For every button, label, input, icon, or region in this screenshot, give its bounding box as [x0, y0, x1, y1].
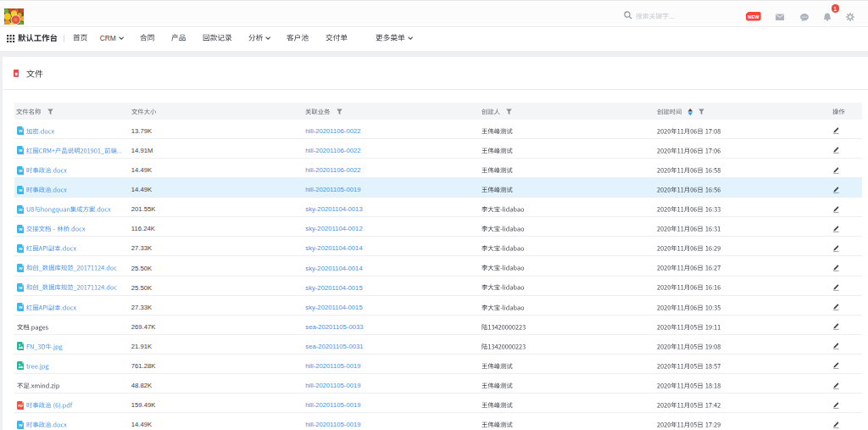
svg-text:PDF: PDF [18, 405, 23, 408]
svg-text:NEW: NEW [748, 14, 760, 19]
